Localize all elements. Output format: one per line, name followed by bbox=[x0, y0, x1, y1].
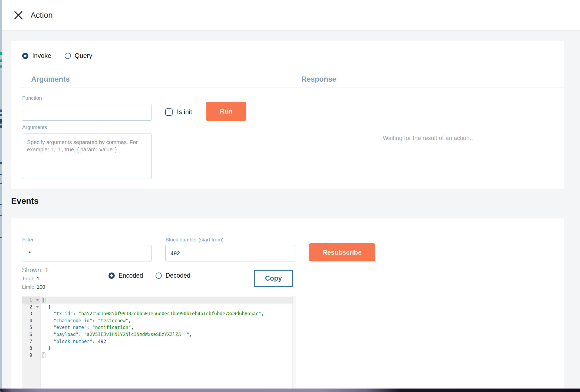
shown-label: Shown: bbox=[22, 267, 43, 274]
code-line-content: "tx_id": "ba52c5d15085bf99382cbb501e56e0… bbox=[40, 310, 264, 317]
panel-title: Action bbox=[31, 0, 53, 30]
code-line: 5 "event_name": "notification", bbox=[22, 324, 293, 331]
function-label: Function bbox=[22, 95, 42, 101]
code-line: 8 } bbox=[22, 345, 293, 352]
code-line: 4 "chaincode_id": "testccnew", bbox=[22, 317, 293, 324]
code-line-content: [ bbox=[40, 297, 45, 304]
line-number: 1 bbox=[22, 297, 40, 304]
total-stat: Total: 1 bbox=[22, 276, 39, 282]
code-line: 2 { bbox=[22, 304, 293, 311]
response-section-title: Response bbox=[301, 75, 336, 84]
editor-code-area[interactable]: 1[2 {3 "tx_id": "ba52c5d15085bf99382cbb5… bbox=[22, 297, 293, 359]
line-number: 5 bbox=[22, 324, 40, 331]
events-json-editor[interactable]: 1[2 {3 "tx_id": "ba52c5d15085bf99382cbb5… bbox=[22, 296, 296, 392]
code-line-content: "payload": "a2V5IEJvIHN1Y2Nlc3NmdWxseSBz… bbox=[40, 331, 192, 338]
radio-encoded[interactable]: Encoded bbox=[108, 272, 143, 279]
code-line: 9] bbox=[22, 352, 293, 359]
radio-decoded-circle[interactable] bbox=[156, 273, 162, 279]
response-waiting-text: Waiting for the result of an action.. bbox=[293, 135, 563, 142]
line-number: 4 bbox=[22, 317, 40, 324]
radio-invoke-circle[interactable] bbox=[22, 53, 28, 59]
radio-query[interactable]: Query bbox=[65, 52, 92, 59]
code-line-content: "event_name": "notification", bbox=[40, 324, 134, 331]
radio-query-circle[interactable] bbox=[65, 53, 71, 59]
mode-radio-group: Invoke Query bbox=[22, 52, 92, 59]
line-number: 8 bbox=[22, 345, 40, 352]
line-number: 3 bbox=[22, 310, 40, 317]
limit-label: Limit: bbox=[22, 284, 34, 290]
events-card: Filter Block number (start from) Resubsc… bbox=[11, 218, 564, 392]
radio-invoke-label: Invoke bbox=[32, 52, 51, 59]
arguments-label: Arguments bbox=[22, 124, 47, 130]
shown-value: 1 bbox=[45, 267, 49, 274]
close-button[interactable] bbox=[12, 9, 25, 22]
is-init-label: Is init bbox=[177, 108, 192, 116]
code-line-content: "chaincode_id": "testccnew", bbox=[40, 317, 131, 324]
x-close-icon bbox=[14, 11, 23, 20]
resubscribe-button[interactable]: Resubscribe bbox=[309, 243, 375, 261]
action-card: Invoke Query Arguments Response Function… bbox=[11, 41, 564, 189]
radio-decoded[interactable]: Decoded bbox=[156, 272, 190, 279]
line-number: 9 bbox=[22, 352, 40, 359]
is-init-checkbox[interactable] bbox=[165, 108, 173, 116]
code-line-content: } bbox=[40, 345, 51, 352]
function-input[interactable] bbox=[22, 104, 151, 121]
arguments-section-title: Arguments bbox=[31, 75, 70, 84]
limit-value: 100 bbox=[37, 284, 45, 290]
radio-encoded-label: Encoded bbox=[118, 272, 143, 279]
shown-stat: Shown: 1 bbox=[22, 267, 49, 274]
code-line: 6 "payload": "a2V5IEJvIHN1Y2Nlc3NmdWxseS… bbox=[22, 331, 293, 338]
total-value: 1 bbox=[37, 276, 39, 282]
radio-invoke[interactable]: Invoke bbox=[22, 52, 51, 59]
code-line-content: "block_number": 492 bbox=[40, 338, 106, 345]
window-bottom-bar bbox=[0, 388, 580, 392]
radio-decoded-label: Decoded bbox=[166, 272, 190, 279]
section-divider bbox=[21, 88, 563, 88]
code-line: 7 "block_number": 492 bbox=[22, 338, 293, 345]
code-line: 3 "tx_id": "ba52c5d15085bf99382cbb501e56… bbox=[22, 310, 293, 317]
radio-encoded-circle[interactable] bbox=[108, 273, 115, 279]
line-number: 7 bbox=[22, 338, 40, 345]
is-init-control[interactable]: Is init bbox=[165, 108, 192, 116]
fold-arrow-icon[interactable] bbox=[36, 306, 39, 308]
limit-stat: Limit: 100 bbox=[22, 284, 45, 290]
block-number-label: Block number (start from) bbox=[166, 237, 223, 243]
events-section-title: Events bbox=[11, 196, 39, 206]
page-edge-strip bbox=[0, 0, 2, 392]
fold-arrow-icon[interactable] bbox=[36, 299, 39, 301]
code-line: 1[ bbox=[22, 297, 293, 304]
total-label: Total: bbox=[22, 276, 34, 282]
indent-guide-line bbox=[48, 311, 48, 345]
panes-divider bbox=[293, 88, 293, 180]
encoding-radio-group: Encoded Decoded bbox=[108, 272, 190, 279]
filter-input[interactable] bbox=[22, 245, 151, 261]
line-number: 2 bbox=[22, 304, 40, 311]
editor-scrollbar[interactable] bbox=[292, 296, 296, 392]
run-button[interactable]: Run bbox=[206, 102, 246, 121]
copy-button[interactable]: Copy bbox=[254, 270, 293, 287]
block-number-input[interactable] bbox=[165, 245, 295, 261]
panel-header: Action bbox=[2, 0, 580, 31]
filter-label: Filter bbox=[22, 237, 34, 243]
line-number: 6 bbox=[22, 331, 40, 338]
code-line-content: { bbox=[40, 304, 51, 311]
code-line-content: ] bbox=[40, 352, 45, 359]
radio-query-label: Query bbox=[75, 52, 92, 59]
arguments-textarea[interactable] bbox=[22, 134, 151, 179]
